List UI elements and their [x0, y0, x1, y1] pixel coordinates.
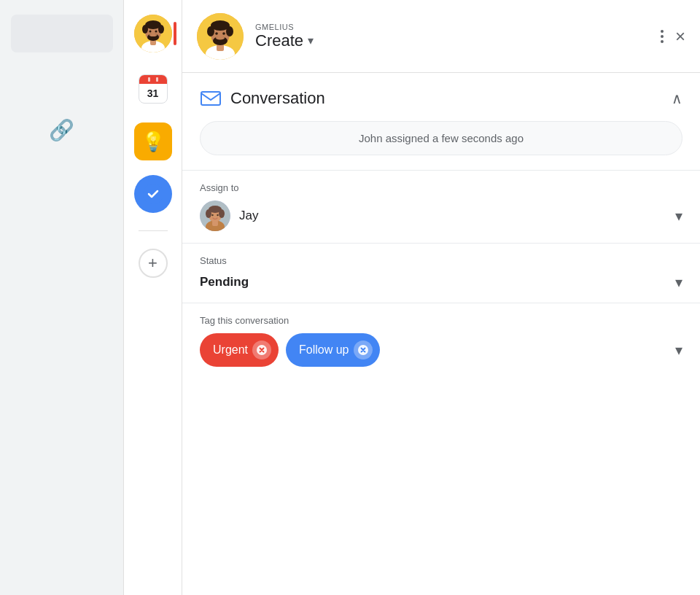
svg-point-22 — [226, 26, 233, 36]
tags-dropdown-icon[interactable]: ▾ — [675, 341, 682, 359]
conversation-title: Conversation — [230, 89, 325, 108]
sidebar-item-tasks[interactable] — [134, 175, 172, 213]
calendar-header-detail — [147, 77, 160, 82]
svg-point-24 — [222, 32, 225, 35]
header-user-avatar — [197, 13, 244, 60]
assignee-dropdown-icon[interactable]: ▾ — [675, 207, 682, 225]
svg-point-36 — [219, 209, 225, 218]
svg-rect-13 — [148, 77, 150, 82]
section-title-row: Conversation — [200, 88, 325, 109]
assignee-row: Jay — [200, 201, 258, 231]
close-button[interactable]: × — [675, 26, 685, 47]
more-dot-2 — [661, 35, 664, 38]
header-title-area: GMELIUS Create ▾ — [255, 23, 646, 50]
header-create-row: Create ▾ — [255, 31, 646, 50]
user-avatar-image — [134, 15, 172, 52]
plus-icon: + — [148, 254, 158, 273]
sidebar-left: 🔗 — [0, 0, 124, 595]
user-avatar — [134, 15, 172, 52]
status-value-row: Pending ▾ — [200, 273, 682, 291]
svg-point-12 — [149, 34, 157, 36]
sidebar-divider — [139, 230, 168, 231]
svg-point-6 — [158, 25, 164, 34]
collapse-icon[interactable]: ∧ — [672, 90, 682, 107]
tag-urgent[interactable]: Urgent — [200, 333, 279, 367]
tags-row: Urgent Follow up — [200, 333, 682, 367]
calendar-top — [139, 75, 167, 84]
more-dot-1 — [661, 30, 664, 33]
create-label: Create — [255, 31, 303, 50]
active-indicator — [174, 22, 176, 45]
assignee-avatar — [200, 201, 230, 231]
status-label: Status — [200, 255, 682, 266]
remove-followup-icon — [358, 345, 368, 355]
add-icon-button[interactable]: + — [139, 249, 168, 278]
sidebar-item-calendar[interactable]: 31 — [134, 70, 172, 108]
svg-point-15 — [143, 184, 163, 204]
tags-label: Tag this conversation — [200, 315, 682, 326]
svg-point-5 — [142, 25, 148, 34]
status-value: Pending — [200, 275, 249, 289]
assignee-avatar-image — [200, 201, 230, 231]
more-options-button[interactable] — [658, 27, 666, 46]
mail-icon — [200, 88, 222, 109]
sidebar-item-lightbulb[interactable]: 💡 — [134, 122, 172, 160]
status-dropdown-icon[interactable]: ▾ — [675, 273, 682, 291]
link-icon: 🔗 — [49, 118, 74, 142]
mail-svg — [201, 88, 221, 109]
conversation-section-header: Conversation ∧ — [182, 73, 700, 121]
create-dropdown-icon[interactable]: ▾ — [308, 34, 314, 47]
sidebar-icons: 31 💡 + — [124, 0, 182, 595]
header-avatar-image — [197, 13, 244, 60]
assign-to-label: Assign to — [200, 182, 682, 193]
remove-followup-tag-button[interactable] — [354, 341, 373, 359]
sidebar-top-block — [11, 15, 113, 52]
calendar-icon: 31 — [139, 74, 168, 104]
status-section: Status Pending ▾ — [182, 243, 700, 303]
gmelius-label: GMELIUS — [255, 23, 646, 31]
gmelius-avatar-container[interactable] — [134, 15, 172, 52]
svg-rect-29 — [201, 92, 220, 105]
svg-point-37 — [211, 214, 213, 216]
svg-rect-14 — [156, 77, 158, 82]
remove-urgent-icon — [257, 345, 267, 355]
header-actions: × — [658, 26, 685, 47]
panel-header: GMELIUS Create ▾ × — [182, 0, 700, 73]
main-panel: GMELIUS Create ▾ × — [182, 0, 700, 595]
svg-point-8 — [155, 31, 157, 33]
remove-urgent-tag-button[interactable] — [252, 341, 271, 359]
svg-point-7 — [149, 31, 151, 33]
svg-point-38 — [217, 214, 218, 216]
svg-point-35 — [206, 209, 211, 218]
more-dot-3 — [661, 40, 664, 43]
link-icon-wrap: 🔗 — [0, 118, 123, 142]
panel-content: Conversation ∧ John assigned a few secon… — [182, 73, 700, 595]
svg-point-23 — [215, 32, 218, 35]
assignment-pill: John assigned a few seconds ago — [200, 121, 682, 155]
tasks-icon — [143, 184, 163, 204]
tag-followup[interactable]: Follow up — [286, 333, 379, 367]
tags-section: Tag this conversation Urgent Follow up — [182, 303, 700, 378]
assign-to-value-row: Jay ▾ — [200, 201, 682, 231]
assign-to-section: Assign to — [182, 170, 700, 243]
lightbulb-icon: 💡 — [141, 131, 165, 153]
svg-point-28 — [216, 36, 225, 39]
assignee-name: Jay — [239, 209, 258, 223]
tag-urgent-label: Urgent — [213, 343, 248, 357]
calendar-date: 31 — [139, 84, 167, 103]
svg-point-21 — [207, 26, 214, 36]
tag-followup-label: Follow up — [299, 343, 349, 357]
